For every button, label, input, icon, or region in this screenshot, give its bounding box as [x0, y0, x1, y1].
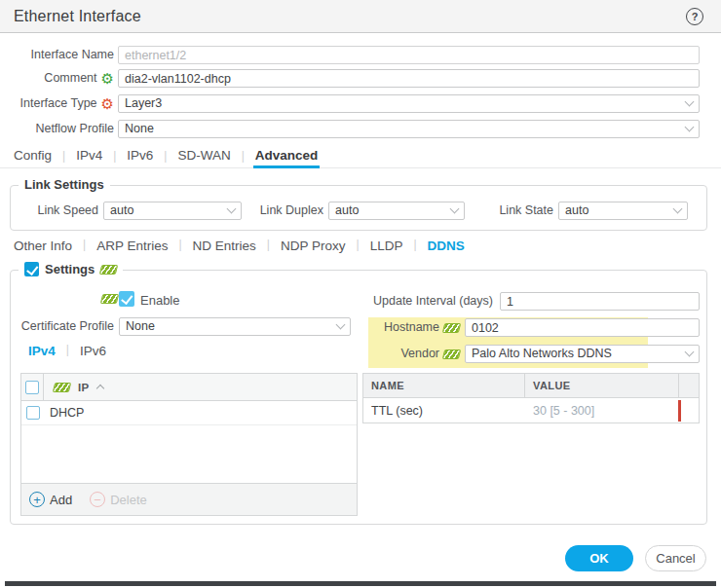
iptab-ipv4[interactable]: IPv4 — [28, 344, 56, 358]
settings-legend-text: Settings — [45, 262, 95, 276]
tab-ipv6[interactable]: IPv6 — [127, 146, 153, 167]
certificate-profile-label-wrap: Certificate Profile — [11, 317, 114, 336]
chevron-down-icon — [685, 97, 695, 107]
cancel-button[interactable]: Cancel — [645, 545, 706, 571]
subtab-separator: | — [178, 238, 181, 254]
update-interval-label-wrap: Update Interval (days) — [259, 292, 493, 311]
page-bottom-edge — [5, 581, 716, 586]
iptab-ipv6[interactable]: IPv6 — [80, 344, 106, 358]
settings-checkbox[interactable] — [24, 262, 39, 276]
netflow-label-wrap: Netflow Profile — [0, 120, 114, 138]
ip-table-footer: + Add − Delete — [21, 483, 357, 515]
interface-type-select[interactable]: Layer3 — [118, 94, 700, 113]
tab-sdwan[interactable]: SD-WAN — [177, 146, 230, 167]
hostname-input[interactable] — [465, 318, 700, 337]
tab-separator: | — [62, 149, 65, 165]
link-speed-value: auto — [110, 202, 133, 219]
row-checkbox-cell — [21, 406, 44, 420]
interface-name-label: Interface Name — [31, 46, 114, 64]
subtab-ddns[interactable]: DDNS — [428, 239, 465, 253]
netflow-profile-label: Netflow Profile — [35, 120, 114, 138]
link-speed-label-wrap: Link Speed — [11, 202, 98, 220]
add-button[interactable]: + Add — [29, 492, 72, 507]
certificate-profile-value: None — [126, 318, 155, 335]
settings-override-icon — [99, 265, 118, 275]
select-all-checkbox[interactable] — [25, 381, 39, 394]
link-duplex-label-wrap: Link Duplex — [245, 202, 323, 220]
interface-type-label-wrap: Interface Type ⚙ — [0, 94, 114, 113]
ip-table-empty-area — [21, 425, 357, 483]
netflow-profile-select[interactable]: None — [118, 120, 700, 138]
value-column-label: VALUE — [533, 380, 570, 391]
value-column-header[interactable]: VALUE — [525, 374, 679, 397]
dialog-title: Ethernet Interface — [14, 8, 141, 25]
subtab-arp-entries[interactable]: ARP Entries — [96, 239, 168, 253]
ok-button[interactable]: OK — [565, 545, 633, 571]
chevron-down-icon — [450, 204, 460, 214]
subtab-lldp[interactable]: LLDP — [370, 239, 403, 253]
interface-name-input[interactable] — [118, 46, 700, 64]
ddns-settings-legend: Settings — [19, 262, 123, 276]
tab-config[interactable]: Config — [14, 146, 52, 167]
vendor-config-table: NAME VALUE TTL (sec) 30 [5 - 300] — [362, 373, 700, 423]
vendor-select[interactable]: Palo Alto Networks DDNS — [465, 345, 700, 363]
interface-name-label-wrap: Interface Name — [0, 46, 114, 64]
ip-table-header: IP — [21, 374, 357, 401]
comment-input[interactable] — [118, 69, 700, 88]
tab-separator: | — [164, 149, 167, 165]
dialog-header: Ethernet Interface — [0, 0, 721, 33]
interface-type-value: Layer3 — [125, 95, 162, 112]
delete-button[interactable]: − Delete — [90, 492, 147, 507]
table-row[interactable]: DHCP — [21, 401, 357, 425]
vendor-override-icon — [442, 349, 461, 359]
ttl-name-cell: TTL (sec) — [363, 404, 525, 418]
iptab-separator: | — [66, 343, 69, 359]
certificate-profile-select[interactable]: None — [119, 317, 351, 336]
link-settings-legend: Link Settings — [19, 177, 110, 192]
link-speed-select[interactable]: auto — [103, 202, 242, 220]
add-button-label: Add — [50, 493, 72, 507]
vendor-value: Palo Alto Networks DDNS — [472, 346, 612, 362]
link-settings-legend-text: Link Settings — [24, 177, 104, 192]
enable-checkbox[interactable] — [119, 291, 134, 307]
help-icon[interactable]: ? — [686, 8, 703, 25]
tab-ipv4[interactable]: IPv4 — [76, 146, 102, 167]
name-column-header[interactable]: NAME — [363, 374, 525, 397]
ip-column-header[interactable]: IP — [44, 374, 103, 400]
subtab-separator: | — [83, 238, 86, 254]
ip-column-label: IP — [78, 382, 90, 393]
table-row[interactable]: TTL (sec) 30 [5 - 300] — [363, 398, 699, 423]
vendor-label: Vendor — [400, 345, 439, 363]
subtab-other-info[interactable]: Other Info — [14, 239, 72, 253]
subtab-separator: | — [267, 238, 270, 254]
ip-column-override-icon — [53, 383, 71, 392]
ip-version-tabs: IPv4 | IPv6 — [28, 343, 106, 359]
vendor-config-table-header: NAME VALUE — [363, 374, 699, 398]
row-checkbox[interactable] — [26, 406, 40, 420]
main-tabbar: Config | IPv4 | IPv6 | SD-WAN | Advanced — [0, 146, 721, 168]
link-settings-panel: Link Settings Link Speed auto Link Duple… — [10, 185, 707, 231]
tab-advanced[interactable]: Advanced — [255, 146, 319, 167]
interface-type-override-gear-icon[interactable]: ⚙ — [101, 96, 114, 111]
ip-table: IP DHCP + Add − Delete — [20, 373, 358, 516]
subtab-nd-entries[interactable]: ND Entries — [193, 239, 256, 253]
update-interval-input[interactable] — [500, 292, 700, 311]
comment-override-gear-icon[interactable]: ⚙ — [101, 71, 114, 86]
link-state-label-wrap: Link State — [478, 202, 553, 220]
tab-separator: | — [242, 149, 245, 165]
ttl-value-cell[interactable]: 30 [5 - 300] — [525, 404, 679, 418]
chevron-down-icon — [685, 348, 695, 357]
link-state-select[interactable]: auto — [558, 202, 688, 220]
name-column-label: NAME — [371, 380, 404, 391]
link-duplex-select[interactable]: auto — [328, 202, 465, 220]
chevron-down-icon — [685, 123, 695, 132]
link-duplex-label: Link Duplex — [260, 202, 323, 220]
link-speed-label: Link Speed — [37, 202, 98, 220]
link-state-value: auto — [565, 202, 588, 219]
delete-button-label: Delete — [110, 493, 147, 507]
required-field-indicator — [678, 400, 681, 422]
subtab-ndp-proxy[interactable]: NDP Proxy — [281, 239, 346, 253]
link-duplex-value: auto — [335, 202, 359, 219]
ddns-settings-panel: Settings Enable Certificate Profile None… — [10, 270, 707, 525]
vendor-label-wrap: Vendor — [323, 345, 460, 363]
